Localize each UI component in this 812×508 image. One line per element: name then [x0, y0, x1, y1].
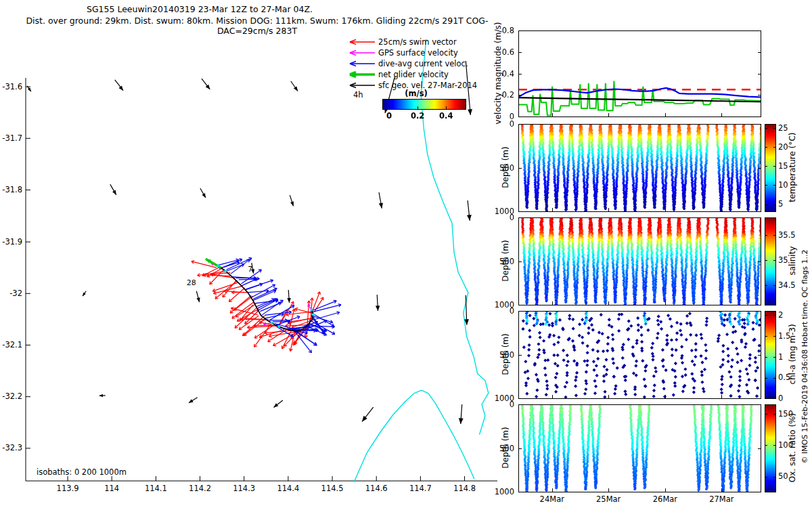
legend-arrow-icon	[346, 81, 376, 89]
legend-label: 25cm/s swim vector	[378, 37, 457, 47]
map-ytick-label: -31.7	[0, 134, 22, 143]
velocity-panel	[518, 30, 761, 117]
map-colorbar-tick: 0.4	[432, 112, 459, 121]
map-ytick-label: -32.1	[0, 341, 22, 350]
legend-entry: GPS surface velocity	[346, 47, 477, 58]
temperature-panel	[518, 124, 761, 212]
map-xtick-label: 114.5	[317, 484, 347, 493]
depth-ytick-label: 500	[482, 351, 514, 360]
salinity-panel	[518, 217, 761, 305]
depth-ytick-label: 1000	[482, 488, 514, 496]
date-tick-label: 27Mar	[701, 495, 742, 504]
legend-entry: 25cm/s swim vector	[346, 37, 477, 47]
map-ytick-label: -32.3	[0, 444, 22, 452]
map-xtick-label: 113.9	[53, 484, 83, 493]
depth-ytick-label: 500	[482, 444, 514, 453]
depth-ytick-label: 0	[482, 307, 514, 316]
colorbar-tick-label: 2	[778, 311, 808, 320]
date-tick-label: 24Mar	[532, 495, 572, 504]
oxygen-panel	[518, 404, 761, 492]
depth-ytick-label: 0	[482, 120, 514, 129]
chla-panel	[518, 311, 761, 399]
legend-label: GPS surface velocity	[378, 48, 458, 58]
colorbar-tick-label: 25	[778, 124, 808, 133]
legend-arrow-icon	[346, 60, 376, 68]
colorbar-tick-label: 20	[778, 143, 808, 152]
colorbar-tick-label: 15	[778, 162, 808, 171]
depth-ytick-label: 0	[482, 400, 514, 409]
legend-arrow-icon	[346, 49, 376, 57]
coastline-isobath	[354, 390, 474, 482]
legend-arrow-icon	[346, 38, 376, 46]
map-xtick-label: 114	[97, 484, 127, 493]
colorbar-tick-label: 5	[778, 200, 808, 209]
colorbar-tick-label: 10	[778, 181, 808, 190]
map-xtick-label: 114.3	[229, 484, 259, 493]
map-ytick-label: -31.6	[0, 83, 22, 91]
date-tick-label: 25Mar	[588, 495, 629, 504]
map-colorbar-tick: 0.2	[404, 112, 431, 121]
colorbar-tick-label: 1	[778, 353, 808, 362]
map-ytick-label: -32.2	[0, 392, 22, 401]
depth-ytick-label: 0	[482, 213, 514, 222]
velocity-ytick-label: 0.4	[482, 70, 514, 79]
map-xtick-label: 114.6	[361, 484, 391, 493]
depth-ytick-label: 500	[482, 164, 514, 173]
map-xtick-label: 114.8	[450, 484, 480, 493]
dive-number-annotation: 28	[187, 278, 196, 287]
map-xtick-label: 114.1	[141, 484, 171, 493]
seaglider-mission-figure: SG155 Leeuwin20140319 23-Mar 12Z to 27-M…	[0, 0, 812, 508]
oxygen-colorbar	[765, 404, 776, 492]
map-colorbar	[382, 99, 466, 110]
depth-ytick-label: 500	[482, 257, 514, 266]
date-tick-label: 26Mar	[645, 495, 685, 504]
map-colorbar-title: (m/s)	[386, 89, 447, 98]
map-ytick-label: -32	[0, 289, 22, 298]
colorbar-tick-label: 50	[778, 472, 808, 481]
time-scale-label: 4h	[353, 90, 363, 100]
map-xtick-label: 114.4	[273, 484, 303, 493]
velocity-ytick-label: 0.8	[482, 26, 514, 35]
legend-label: net glider velocity	[378, 70, 449, 79]
legend-label: dive-avg current veloc.	[378, 59, 468, 68]
dive-number-annotation: 7	[248, 265, 252, 274]
velocity-ytick-label: 0.6	[482, 48, 514, 57]
temperature-colorbar	[765, 124, 776, 212]
map-colorbar-tick: 0	[376, 112, 403, 121]
chla-colorbar	[765, 311, 776, 399]
salinity-colorbar	[765, 217, 776, 305]
colorbar-tick-label: 150	[778, 410, 808, 419]
colorbar-tick-label: 35	[778, 256, 808, 265]
legend-entry: net glider velocity	[346, 69, 477, 80]
legend-entry: dive-avg current veloc.	[346, 58, 477, 69]
map-ytick-label: -31.8	[0, 186, 22, 194]
colorbar-tick-label: 0	[778, 394, 808, 403]
map-legend: 25cm/s swim vector GPS surface velocity …	[346, 37, 477, 91]
map-xtick-label: 114.2	[185, 484, 215, 493]
velocity-ytick-label: 0.2	[482, 91, 514, 100]
map-xtick-label: 114.7	[405, 484, 435, 493]
colorbar-tick-label: 34.5	[778, 281, 808, 290]
legend-arrow-icon	[346, 70, 376, 79]
map-ytick-label: -31.9	[0, 238, 22, 247]
isobaths-label: isobaths: 0 200 1000m	[37, 467, 127, 477]
colorbar-tick-label: 100	[778, 441, 808, 450]
colorbar-tick-label: 35.5	[778, 231, 808, 240]
colorbar-tick-label: 0.5	[778, 373, 808, 382]
colorbar-tick-label: 1.5	[778, 332, 808, 341]
